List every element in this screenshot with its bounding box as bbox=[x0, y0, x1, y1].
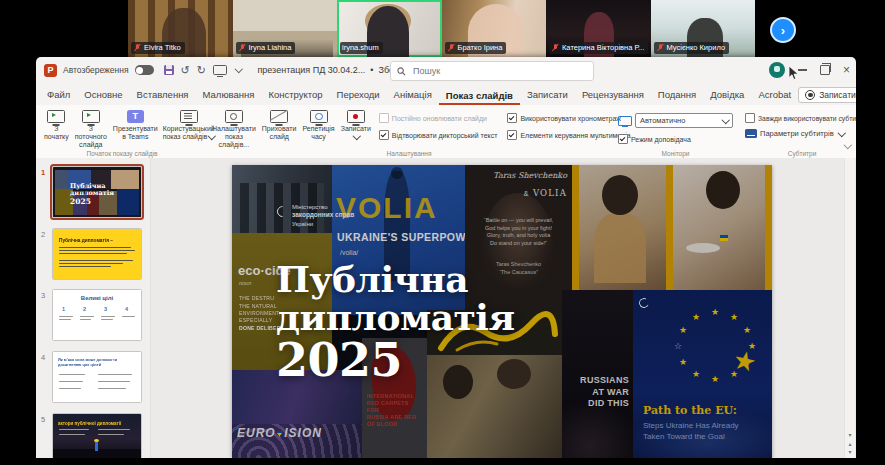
tab-record[interactable]: Записати bbox=[520, 85, 575, 105]
keep-slides-updated-checkbox[interactable]: Постійно оновлювати слайди bbox=[379, 113, 498, 123]
keep-slides-updated-label: Постійно оновлювати слайди bbox=[392, 115, 487, 122]
next-participants-button[interactable]: › bbox=[770, 17, 796, 43]
scroll-down-icon[interactable]: ▾ bbox=[845, 432, 855, 438]
checkbox-icon bbox=[379, 113, 389, 123]
presenter-view-label: Режим доповідача bbox=[631, 136, 691, 143]
mfa-logo: Міністерство закордонних справ України bbox=[277, 203, 354, 228]
slide-thumbnail-2[interactable]: Публічна дипломатія – bbox=[52, 228, 142, 280]
video-call-strip: Elvira Titko Iryna Liahina iryna.shum Бр… bbox=[128, 0, 755, 57]
participant-name-badge: iryna.shum bbox=[340, 42, 383, 54]
rehearse-timings-label: Репетиція часу bbox=[302, 125, 334, 141]
tab-acrobat[interactable]: Acrobat bbox=[751, 85, 798, 105]
statue-motherland bbox=[95, 442, 98, 451]
tab-draw[interactable]: Малювання bbox=[196, 85, 262, 105]
slideshow-icon[interactable] bbox=[213, 65, 227, 75]
thumbnail-title: Великі цілі bbox=[53, 295, 141, 301]
search-box[interactable] bbox=[390, 61, 594, 81]
tab-animations[interactable]: Анімація bbox=[387, 85, 439, 105]
powerpoint-app-icon: P bbox=[44, 64, 57, 77]
qat-customize-chevron-icon[interactable] bbox=[235, 65, 243, 73]
close-window-icon[interactable]: × bbox=[843, 64, 850, 76]
group-label-captions: Субтитри bbox=[739, 150, 856, 157]
collapse-ribbon-chevron-icon[interactable] bbox=[843, 134, 851, 152]
play-narrations-checkbox[interactable]: Відтворювати дикторський текст bbox=[379, 130, 498, 140]
always-use-subtitles-checkbox[interactable]: Завжди використовувати субтитри bbox=[745, 113, 856, 123]
previous-slide-icon[interactable]: ▴ bbox=[845, 441, 855, 447]
record-slideshow-button[interactable]: Записати bbox=[339, 108, 373, 142]
checkbox-checked-icon bbox=[507, 130, 517, 140]
title-separator-dot: • bbox=[370, 65, 373, 75]
hide-slide-label: Приховати слайд bbox=[262, 125, 297, 141]
thumbnail-softpower-slide: Як м'яка сила може допомогти досягненню … bbox=[53, 352, 141, 402]
mfa-emblem-icon bbox=[275, 204, 291, 220]
record-icon bbox=[805, 90, 815, 100]
save-icon[interactable] bbox=[164, 65, 174, 75]
redo-icon[interactable]: ↻ bbox=[197, 65, 206, 76]
undo-icon[interactable]: ↺ bbox=[181, 65, 190, 76]
from-current-slide-button[interactable]: З поточного слайда bbox=[73, 108, 109, 150]
custom-show-icon bbox=[180, 110, 198, 123]
tab-home[interactable]: Основне bbox=[77, 85, 129, 105]
present-teams-label: Презентувати в Teams bbox=[113, 125, 158, 141]
record-button[interactable]: Записати bbox=[798, 87, 856, 103]
tab-design[interactable]: Конструктор bbox=[261, 85, 329, 105]
next-slide-icon[interactable]: ▾ bbox=[845, 449, 855, 455]
text-placeholder bbox=[59, 250, 135, 251]
tab-review[interactable]: Рецензування bbox=[575, 85, 651, 105]
from-beginning-button[interactable]: З початку bbox=[42, 108, 71, 142]
mic-muted-icon bbox=[551, 44, 560, 53]
participant-tile[interactable]: Iryna Liahina bbox=[233, 0, 338, 57]
participant-tile[interactable]: Elvira Titko bbox=[128, 0, 233, 57]
setup-checkbox-column-1: Постійно оновлювати слайди Відтворювати … bbox=[375, 108, 502, 140]
ribbon-group-start-slideshow: З початку З поточного слайда T Презентув… bbox=[38, 105, 206, 158]
thumbnail-row-3: 3 Великі цілі 1 2 3 4 bbox=[36, 289, 150, 343]
hide-slide-button[interactable]: Приховати слайд bbox=[260, 108, 299, 142]
participant-tile[interactable]: Братко Ірина bbox=[442, 0, 547, 57]
autosave-label: Автозбереження bbox=[63, 65, 129, 75]
slide-title-textbox[interactable]: Публічна дипломатія 2025 bbox=[276, 261, 515, 389]
participant-tile[interactable]: Катерина Вікторівна Р... bbox=[546, 0, 651, 57]
subtitle-settings-label: Параметри субтитрів bbox=[760, 129, 834, 138]
monitor-dropdown[interactable]: Автоматично bbox=[635, 113, 733, 128]
subtitle-settings-button[interactable]: Параметри субтитрів bbox=[745, 129, 856, 138]
vertical-scrollbar[interactable]: ▾ ▴ ▾ bbox=[844, 158, 855, 458]
slide-thumbnail-5[interactable]: актори публічної дипломатії bbox=[52, 413, 142, 458]
participant-name-badge: Iryna Liahina bbox=[236, 42, 296, 54]
always-use-subtitles-label: Завжди використовувати субтитри bbox=[758, 115, 856, 122]
group-label-setup: Налаштування bbox=[206, 150, 612, 157]
quick-access-toolbar: ↺ ↻ bbox=[164, 65, 242, 76]
setup-slideshow-button[interactable]: Налаштувати показ слайдів... bbox=[210, 108, 258, 150]
tab-help[interactable]: Довідка bbox=[703, 85, 751, 105]
monitor-icon bbox=[618, 116, 632, 126]
tab-view[interactable]: Подання bbox=[651, 85, 703, 105]
slide-thumbnail-4[interactable]: Як м'яка сила може допомогти досягненню … bbox=[52, 351, 142, 403]
thumbnail-yellow-slide: Публічна дипломатія – bbox=[53, 229, 141, 279]
slide-number: 5 bbox=[41, 415, 45, 424]
slide-thumbnail-3[interactable]: Великі цілі 1 2 3 4 bbox=[52, 289, 142, 341]
photo-war-damage: RUSSIANS AT WAR DID THIS bbox=[562, 290, 633, 458]
autosave-toggle[interactable] bbox=[135, 65, 154, 75]
powerpoint-window: P Автозбереження ↺ ↻ презентация ПД 30.0… bbox=[36, 57, 856, 458]
participant-name: Elvira Titko bbox=[144, 43, 181, 53]
dropdown-chevron-icon bbox=[721, 116, 729, 124]
yellow-frame-strip bbox=[572, 165, 579, 290]
account-avatar[interactable] bbox=[769, 62, 785, 78]
slide-number: 4 bbox=[41, 353, 45, 362]
text-placeholder bbox=[59, 253, 127, 254]
current-slide-canvas[interactable]: VOLIA UKRAINE'S SUPERPOWER /volia/ Taras… bbox=[232, 165, 772, 458]
restore-window-icon[interactable] bbox=[820, 65, 830, 75]
thumbnail-title: Публічна дипломатія – bbox=[59, 237, 113, 243]
tab-file[interactable]: Файл bbox=[40, 85, 77, 105]
tab-transitions[interactable]: Переходи bbox=[330, 85, 387, 105]
tab-slideshow-active[interactable]: Показ слайдів bbox=[439, 86, 520, 106]
text-placeholder bbox=[59, 260, 133, 261]
tab-insert[interactable]: Вставлення bbox=[130, 85, 196, 105]
present-in-teams-ribbon-button[interactable]: T Презентувати в Teams bbox=[111, 108, 160, 142]
slide-thumbnail-1-selected[interactable]: Публічна дипломатія 2025 bbox=[52, 166, 142, 218]
rehearse-timings-button[interactable]: Репетиція часу bbox=[300, 108, 336, 142]
participant-tile[interactable]: Мусієнко Кирило bbox=[651, 0, 756, 57]
search-input[interactable] bbox=[411, 65, 555, 77]
presenter-view-checkbox[interactable]: Режим доповідача bbox=[618, 134, 733, 144]
participant-tile-active-speaker[interactable]: iryna.shum bbox=[337, 0, 442, 57]
russians-at-war-text: RUSSIANS AT WAR DID THIS bbox=[580, 375, 629, 410]
